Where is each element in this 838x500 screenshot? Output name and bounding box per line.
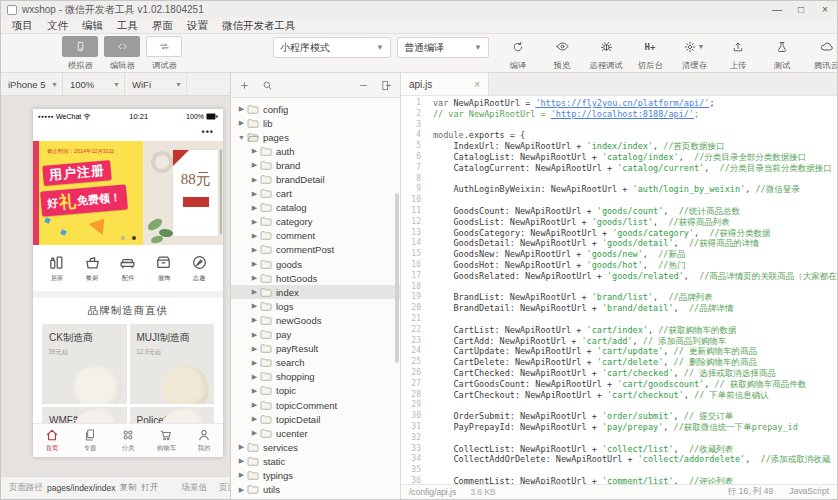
tree-item-brand[interactable]: ▶brand [231,158,400,172]
disclosure-closed-icon[interactable]: ▶ [237,486,246,494]
disclosure-closed-icon[interactable]: ▶ [250,359,259,367]
close-button[interactable]: × [813,1,837,18]
menu-item-文件[interactable]: 文件 [40,18,75,33]
brand-card-muji[interactable]: MUJI制造商12.9元起 [130,324,215,404]
menu-item-界面[interactable]: 界面 [145,18,180,33]
status-language[interactable]: JavaScript [789,486,829,498]
tree-item-utils[interactable]: ▶utils [231,483,400,497]
disclosure-closed-icon[interactable]: ▶ [250,345,259,353]
disclosure-closed-icon[interactable]: ▶ [237,443,246,451]
disclosure-closed-icon[interactable]: ▶ [250,331,259,339]
editor-tab-apijs[interactable]: api.js × [401,73,489,95]
disclosure-closed-icon[interactable]: ▶ [250,147,259,155]
category-item-furniture[interactable]: 配件 [110,254,146,283]
category-item-apparel[interactable]: 服饰 [146,254,182,283]
phone-tab-cart[interactable]: 购物车 [147,424,185,457]
tree-item-app.js[interactable]: JSapp.js [231,497,400,499]
tree-item-logs[interactable]: ▶logs [231,299,400,313]
tree-item-pay[interactable]: ▶pay [231,328,400,342]
tree-scrollbar[interactable] [395,193,399,363]
disclosure-closed-icon[interactable]: ▶ [250,218,259,226]
tree-item-topic[interactable]: ▶topic [231,384,400,398]
tree-item-payResult[interactable]: ▶payResult [231,342,400,356]
phone-tab-topic[interactable]: 专题 [71,424,109,457]
disclosure-closed-icon[interactable]: ▶ [250,316,259,324]
disclosure-closed-icon[interactable]: ▶ [237,457,246,465]
zoom-select[interactable]: 100% ▼ [63,73,125,95]
tree-item-pages[interactable]: ▼pages [231,130,400,144]
copy-path-link[interactable]: 复制 [120,482,137,494]
menu-item-工具[interactable]: 工具 [110,18,145,33]
debugger-toggle-button[interactable] [146,36,182,57]
disclosure-closed-icon[interactable]: ▶ [250,246,259,254]
tree-item-lib[interactable]: ▶lib [231,116,400,130]
tencent-cloud-button[interactable] [807,36,838,57]
phone-tab-user[interactable]: 我的 [185,424,223,457]
menu-item-编辑[interactable]: 编辑 [75,18,110,33]
category-item-home-goods[interactable]: 居家 [39,254,75,283]
menu-item-微信开发者工具[interactable]: 微信开发者工具 [215,18,303,33]
disclosure-closed-icon[interactable]: ▶ [250,176,259,184]
tree-item-catalog[interactable]: ▶catalog [231,201,400,215]
category-item-hobby[interactable]: 志趣 [181,254,217,283]
tree-item-static[interactable]: ▶static [231,454,400,468]
open-path-link[interactable]: 打开 [142,482,159,494]
tree-item-topicComment[interactable]: ▶topicComment [231,398,400,412]
miniprogram-menu-icon[interactable]: ••• [202,127,214,137]
phone-tab-home[interactable]: 首页 [33,424,71,457]
clear-cache-button[interactable]: ▼ [675,36,713,57]
disclosure-closed-icon[interactable]: ▶ [250,274,259,282]
disclosure-closed-icon[interactable]: ▶ [250,373,259,381]
page-params-label[interactable]: 页面参数 [219,482,230,494]
disclosure-closed-icon[interactable]: ▶ [250,387,259,395]
compile-button[interactable] [499,36,537,57]
carousel-dot[interactable] [121,236,125,240]
brand-card-ck[interactable]: CK制造商39元起 [42,324,127,404]
locate-file-icon[interactable] [381,80,392,91]
collapse-all-icon[interactable] [358,80,369,91]
background-button[interactable]: H+ [631,36,669,57]
tree-item-ucenter[interactable]: ▶ucenter [231,426,400,440]
minimize-button[interactable]: — [765,1,789,18]
tab-close-icon[interactable]: × [474,79,480,90]
phone-screen[interactable]: ●●●●● WeChat 10:21 100% ••• [33,109,223,457]
tree-item-services[interactable]: ▶services [231,440,400,454]
search-icon[interactable] [262,80,273,91]
tree-item-hotGoods[interactable]: ▶hotGoods [231,271,400,285]
disclosure-closed-icon[interactable]: ▶ [250,401,259,409]
disclosure-closed-icon[interactable]: ▶ [250,204,259,212]
menu-item-设置[interactable]: 设置 [180,18,215,33]
remote-debug-button[interactable] [587,36,625,57]
disclosure-closed-icon[interactable]: ▶ [250,288,259,296]
editor-toggle-button[interactable] [104,36,140,57]
maximize-button[interactable]: □ [789,1,813,18]
scene-value-label[interactable]: 场景值 [182,482,208,494]
network-select[interactable]: WiFi ▼ [125,73,187,95]
tree-item-config[interactable]: ▶config [231,102,400,116]
tree-item-topicDetail[interactable]: ▶topicDetail [231,412,400,426]
phone-tab-category[interactable]: 分类 [109,424,147,457]
disclosure-closed-icon[interactable]: ▶ [250,161,259,169]
disclosure-open-icon[interactable]: ▼ [237,134,246,141]
tree-item-category[interactable]: ▶category [231,215,400,229]
simulator-toggle-button[interactable] [62,36,98,57]
device-select[interactable]: iPhone 5 ▼ [1,73,63,95]
disclosure-closed-icon[interactable]: ▶ [250,260,259,268]
phone-scrollbar[interactable] [220,149,222,234]
tree-item-brandDetail[interactable]: ▶brandDetail [231,172,400,186]
disclosure-closed-icon[interactable]: ▶ [237,471,246,479]
tree-item-commentPost[interactable]: ▶commentPost [231,243,400,257]
menu-item-项目[interactable]: 项目 [5,18,40,33]
disclosure-closed-icon[interactable]: ▶ [250,302,259,310]
compile-select[interactable]: 普通编译 ▼ [397,37,489,58]
tree-item-comment[interactable]: ▶comment [231,229,400,243]
tree-item-index[interactable]: ▶index [231,285,400,299]
tree-item-auth[interactable]: ▶auth [231,144,400,158]
banner-carousel[interactable]: 截止时间：2014年12月31日 用户注册 好礼免费领！ [33,141,223,245]
upload-button[interactable] [719,36,757,57]
tree-item-goods[interactable]: ▶goods [231,257,400,271]
disclosure-closed-icon[interactable]: ▶ [237,105,246,113]
disclosure-closed-icon[interactable]: ▶ [250,429,259,437]
status-cursor-position[interactable]: 行 16, 列 49 [728,486,773,498]
tree-item-shopping[interactable]: ▶shopping [231,370,400,384]
